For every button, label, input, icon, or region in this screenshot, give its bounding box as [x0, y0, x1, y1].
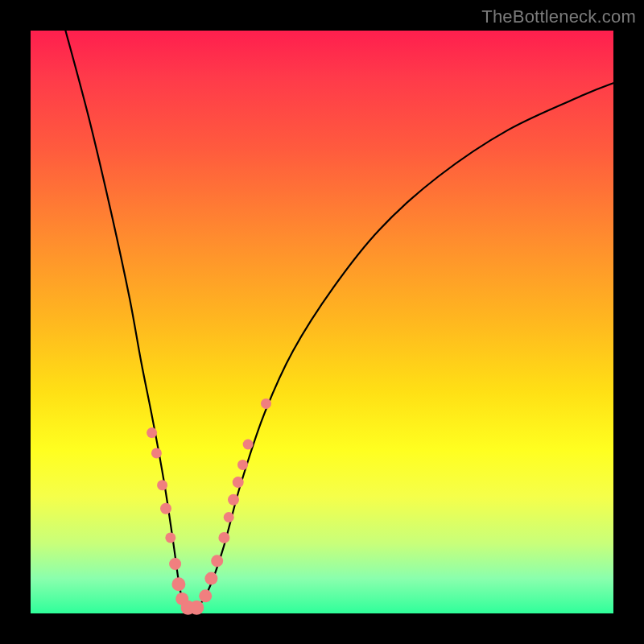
- plot-area: [31, 31, 613, 613]
- marker-group: [147, 398, 271, 615]
- data-marker: [199, 589, 212, 602]
- bottleneck-curve: [65, 31, 613, 610]
- data-marker: [237, 460, 248, 470]
- data-marker: [160, 503, 171, 514]
- data-marker: [171, 577, 185, 591]
- data-marker: [261, 398, 271, 409]
- data-marker: [233, 477, 244, 488]
- watermark-text: TheBottleneck.com: [481, 6, 636, 27]
- chart-frame: TheBottleneck.com: [0, 0, 644, 644]
- data-marker: [165, 532, 175, 543]
- data-marker: [211, 555, 223, 567]
- data-marker: [204, 572, 217, 585]
- data-marker: [151, 448, 162, 458]
- data-marker: [243, 440, 254, 450]
- data-marker: [224, 512, 234, 522]
- chart-svg: [31, 31, 613, 613]
- data-marker: [147, 427, 157, 438]
- data-marker: [157, 480, 167, 490]
- data-marker: [169, 558, 181, 570]
- data-marker: [189, 601, 204, 615]
- data-marker: [218, 532, 229, 543]
- data-marker: [228, 494, 239, 506]
